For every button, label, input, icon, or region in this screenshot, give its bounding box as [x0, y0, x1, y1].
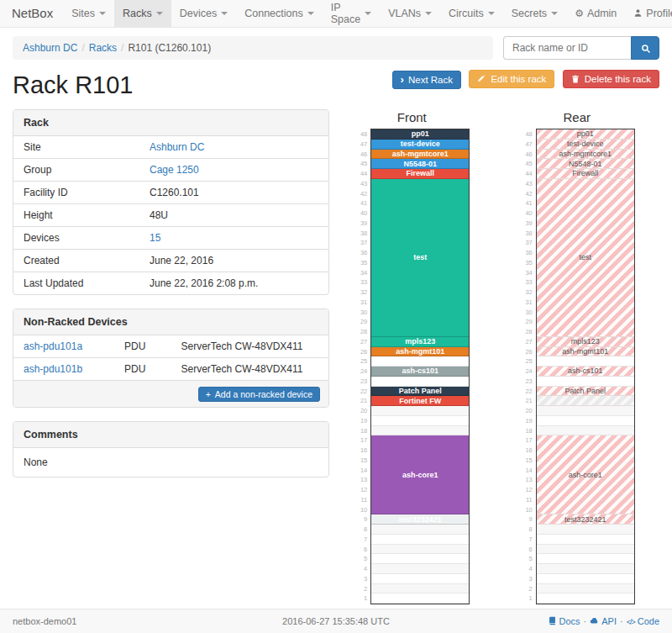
footer-link-separator: · [584, 616, 587, 626]
rack-device[interactable]: pp01 [371, 129, 469, 140]
rack-device[interactable]: mpls123 [371, 337, 469, 347]
rack-device[interactable]: ash-mgmtcore1 [537, 150, 634, 160]
unit-number: 17 [354, 435, 370, 446]
nav-item-admin[interactable]: ⚙Admin [566, 0, 625, 27]
footer-link-api[interactable]: API [590, 616, 617, 626]
rack-device[interactable]: test3232421 [537, 514, 634, 525]
rack-empty-unit [371, 525, 469, 535]
unit-number: 29 [519, 317, 536, 327]
nav-item-sites[interactable]: Sites [63, 0, 114, 27]
brand-link[interactable]: NetBox [0, 0, 63, 27]
unit-number: 43 [519, 179, 536, 189]
book-icon [548, 616, 557, 626]
rack-device[interactable] [537, 396, 634, 406]
next-rack-button[interactable]: › Next Rack [392, 71, 461, 89]
attr-value: June 22, 2016 2:08 p.m. [139, 272, 328, 295]
nav-item-connections[interactable]: Connections [236, 0, 323, 27]
rack-device[interactable]: ash-cs101 [371, 367, 469, 377]
table-row: Devices15 [13, 227, 328, 250]
nav-item-circuits[interactable]: Circuits [440, 0, 503, 27]
unit-number: 21 [519, 396, 536, 406]
rack-device[interactable]: ash-mgmt101 [537, 347, 634, 357]
front-unit-numbers: 4847464544434241403938373635343332313029… [354, 129, 370, 604]
unit-number: 18 [519, 426, 536, 436]
nav-item-racks[interactable]: Racks [114, 0, 171, 27]
unit-number: 36 [354, 248, 370, 258]
unit-number: 24 [354, 367, 370, 377]
attr-value: June 22, 2016 [139, 250, 328, 272]
unit-number: 25 [354, 356, 370, 367]
footer-link-code[interactable]: </>Code [627, 616, 659, 626]
rack-device[interactable]: test3232421 [371, 514, 469, 525]
nav-item-vlans[interactable]: VLANs [380, 0, 440, 27]
attr-value-link[interactable]: Cage 1250 [150, 164, 199, 176]
pencil-icon [477, 75, 486, 84]
nav-item-profile[interactable]: Profile [625, 0, 672, 27]
unit-number: 31 [354, 298, 370, 308]
rack-empty-unit [371, 564, 469, 574]
unit-number: 7 [354, 535, 370, 545]
nav-item-devices[interactable]: Devices [171, 0, 236, 27]
device-model-cell: ServerTech CW-48VDX411 [171, 335, 329, 358]
unit-number: 16 [519, 446, 536, 456]
attr-label: Height [13, 204, 139, 227]
rack-device[interactable]: Fortinet FW [371, 396, 469, 406]
chevron-down-icon [156, 12, 163, 15]
add-nonracked-device-button[interactable]: + Add a non-racked device [198, 387, 320, 402]
table-row: ash-pdu101aPDUServerTech CW-48VDX411 [13, 335, 328, 358]
table-row: CreatedJune 22, 2016 [13, 250, 328, 272]
rack-device[interactable]: ash-mgmtcore1 [371, 150, 469, 160]
nav-item-label: Profile [646, 8, 672, 19]
rack-device[interactable]: N5548-01 [537, 159, 634, 169]
chevron-down-icon [99, 12, 106, 15]
rack-device[interactable]: test [537, 179, 634, 337]
device-link[interactable]: ash-pdu101b [24, 363, 82, 375]
rack-device[interactable]: ash-mgmt101 [371, 347, 469, 357]
rack-empty-unit [371, 416, 469, 426]
breadcrumb: Ashburn DC/Racks/R101 (C1260.101) [13, 36, 493, 60]
rack-empty-unit [537, 377, 634, 387]
edit-rack-button[interactable]: Edit this rack [469, 70, 554, 88]
rack-device[interactable]: ash-core1 [371, 435, 469, 514]
nav-item-ip-space[interactable]: IP Space [323, 0, 380, 27]
nav-item-secrets[interactable]: Secrets [503, 0, 566, 27]
rack-empty-unit [371, 574, 469, 584]
device-link[interactable]: ash-pdu101a [24, 340, 82, 352]
rack-device[interactable]: Firewall [537, 169, 634, 179]
attr-value: 48U [139, 204, 328, 227]
rack-device[interactable]: pp01 [537, 129, 634, 140]
breadcrumb-item[interactable]: Racks [89, 42, 117, 54]
rack-device[interactable]: test [371, 179, 469, 337]
unit-number: 23 [519, 377, 536, 387]
rack-empty-unit [371, 535, 469, 545]
attr-value: C1260.101 [139, 182, 328, 204]
rack-device[interactable]: test-device [537, 140, 634, 150]
device-role-cell: PDU [114, 358, 171, 381]
detail-column: Rack SiteAshburn DCGroupCage 1250Facilit… [13, 109, 329, 604]
unit-number: 30 [519, 308, 536, 318]
page-title: Rack R101 [13, 71, 388, 99]
unit-number: 3 [354, 574, 370, 584]
rack-device[interactable]: mpls123 [537, 337, 634, 347]
delete-rack-button[interactable]: Delete this rack [563, 70, 659, 88]
rack-device[interactable]: ash-core1 [537, 435, 634, 514]
nav-item-label: Connections [244, 8, 303, 19]
rack-device[interactable]: N5548-01 [371, 159, 469, 169]
rack-search-button[interactable] [631, 36, 659, 60]
unit-number: 48 [519, 129, 536, 140]
attr-value-link[interactable]: 15 [150, 232, 160, 244]
rack-device[interactable]: Firewall [371, 169, 469, 179]
attr-value-link[interactable]: Ashburn DC [150, 141, 204, 153]
unit-number: 39 [519, 219, 536, 229]
footer-link-docs[interactable]: Docs [548, 616, 580, 626]
rack-search-input[interactable] [503, 36, 631, 60]
breadcrumb-item[interactable]: Ashburn DC [23, 42, 77, 54]
rack-device[interactable]: ash-cs101 [537, 367, 634, 377]
unit-number: 19 [354, 416, 370, 426]
rack-device[interactable]: Patch Panel [537, 387, 634, 397]
rack-device[interactable]: Patch Panel [371, 387, 469, 397]
unit-number: 38 [519, 229, 536, 239]
rack-device[interactable]: test-device [371, 140, 469, 150]
footer-link-label: Docs [559, 616, 580, 626]
unit-number: 41 [519, 198, 536, 208]
